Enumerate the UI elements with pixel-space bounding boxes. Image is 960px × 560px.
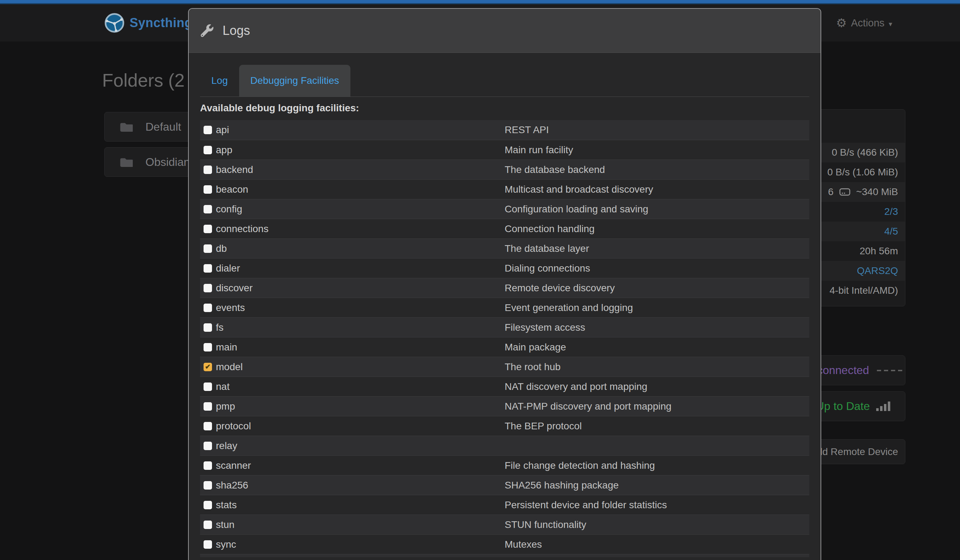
brand[interactable]: Syncthing [104, 4, 193, 42]
facilities-table: api REST API app Main run facility backe… [200, 120, 809, 557]
facility-row[interactable]: scanner File change detection and hashin… [200, 455, 809, 475]
facility-row[interactable]: stats Persistent device and folder stati… [200, 495, 809, 515]
gear-icon: ⚙ [836, 17, 846, 29]
facility-checkbox[interactable] [203, 402, 212, 411]
facility-row[interactable]: api REST API [200, 120, 809, 140]
facility-checkbox[interactable] [203, 520, 212, 529]
facility-row[interactable]: stun STUN functionality [200, 515, 809, 534]
facility-checkbox[interactable] [203, 146, 212, 154]
facility-row[interactable]: protocol The BEP protocol [200, 416, 809, 436]
facility-name: backend [216, 164, 505, 175]
facility-description: REST API [505, 124, 549, 136]
folders-heading: Folders (2 [102, 70, 184, 91]
facility-checkbox[interactable] [203, 264, 212, 273]
facility-checkbox[interactable] [203, 461, 212, 470]
facility-description: Persistent device and folder statistics [505, 499, 667, 511]
device-status-up-to-date: Up to Date [816, 400, 870, 413]
facility-description: Multicast and broadcast discovery [505, 184, 653, 195]
facility-checkbox[interactable] [203, 245, 212, 253]
facility-checkbox[interactable] [203, 126, 212, 134]
facility-name: discover [216, 282, 505, 294]
facility-row-partial [200, 554, 809, 557]
facility-row[interactable]: dialer Dialing connections [200, 258, 809, 278]
facility-row[interactable]: connections Connection handling [200, 219, 809, 238]
facility-description: The database backend [505, 164, 605, 175]
facility-checkbox[interactable] [203, 304, 212, 312]
facility-row[interactable]: config Configuration loading and saving [200, 199, 809, 219]
facility-checkbox[interactable] [203, 442, 212, 450]
facility-row[interactable]: sha256 SHA256 hashing package [200, 475, 809, 495]
signal-bars-icon [876, 402, 891, 411]
facility-row[interactable]: discover Remote device discovery [200, 278, 809, 298]
facility-name: model [216, 362, 505, 373]
facility-name: sha256 [216, 480, 505, 491]
facility-description: Main package [505, 342, 566, 353]
stat-prefix: 6 [828, 186, 834, 198]
stat-value[interactable]: QARS2Q [857, 265, 898, 277]
facility-checkbox[interactable] [203, 540, 212, 549]
facility-checkbox[interactable] [203, 185, 212, 194]
facility-description: The root hub [505, 362, 561, 373]
facility-row[interactable]: db The database layer [200, 238, 809, 258]
facility-row[interactable]: fs Filesystem access [200, 317, 809, 337]
folder-icon [119, 157, 133, 168]
actions-menu[interactable]: ⚙ Actions ▾ [836, 4, 893, 42]
tab-log[interactable]: Log [200, 65, 239, 96]
facility-row[interactable]: sync Mutexes [200, 534, 809, 554]
tab-debugging-facilities[interactable]: Debugging Facilities [239, 65, 350, 96]
facility-name: db [216, 243, 505, 254]
stat-value: 20h 56m [860, 245, 898, 257]
facility-name: nat [216, 381, 505, 392]
facility-name: fs [216, 322, 505, 333]
facility-row[interactable]: main Main package [200, 337, 809, 357]
wrench-icon [201, 24, 213, 37]
stat-value: 0 B/s (1.06 MiB) [827, 166, 898, 178]
syncthing-logo [104, 13, 125, 33]
folder-label: Obsidian [146, 156, 190, 169]
tab-bar: Log Debugging Facilities [200, 65, 809, 97]
facility-name: dialer [216, 263, 505, 274]
facility-checkbox[interactable] [203, 284, 212, 292]
facility-row[interactable]: beacon Multicast and broadcast discovery [200, 179, 809, 199]
facility-row[interactable]: backend The database backend [200, 160, 809, 179]
stat-value[interactable]: 2/3 [884, 206, 898, 217]
facility-name: events [216, 302, 505, 314]
folder-label: Default [146, 120, 181, 133]
facility-description: Main run facility [505, 144, 573, 156]
facility-checkbox[interactable] [203, 363, 212, 371]
disk-icon [839, 188, 851, 196]
facility-name: relay [216, 440, 505, 451]
facility-name: beacon [216, 184, 505, 195]
facility-description: Dialing connections [505, 263, 590, 274]
facility-row[interactable]: pmp NAT-PMP discovery and port mapping [200, 396, 809, 416]
stat-value: ~340 MiB [856, 186, 898, 198]
device-identicon [877, 370, 902, 371]
facility-name: stats [216, 499, 505, 511]
facility-row[interactable]: relay [200, 436, 809, 455]
logs-modal-body: Log Debugging Facilities Available debug… [189, 53, 821, 557]
facility-name: main [216, 342, 505, 353]
facility-checkbox[interactable] [203, 422, 212, 430]
facility-checkbox[interactable] [203, 501, 212, 509]
facility-row[interactable]: events Event generation and logging [200, 298, 809, 317]
facility-description: Filesystem access [505, 322, 585, 333]
facility-checkbox[interactable] [203, 481, 212, 490]
facility-checkbox[interactable] [203, 343, 212, 352]
facility-checkbox[interactable] [203, 323, 212, 332]
top-accent-bar [0, 0, 960, 3]
caret-down-icon: ▾ [889, 20, 893, 28]
stat-value: 0 B/s (466 KiB) [832, 147, 898, 158]
facility-name: api [216, 124, 505, 136]
facility-description: STUN functionality [505, 519, 586, 530]
stat-value[interactable]: 4/5 [884, 226, 898, 237]
facility-checkbox[interactable] [203, 166, 212, 174]
facility-row[interactable]: model The root hub [200, 357, 809, 376]
facility-checkbox[interactable] [203, 382, 212, 391]
facility-description: SHA256 hashing package [505, 480, 619, 491]
facility-row[interactable]: app Main run facility [200, 140, 809, 160]
facility-description: The BEP protocol [505, 421, 582, 432]
facility-checkbox[interactable] [203, 205, 212, 213]
facility-row[interactable]: nat NAT discovery and port mapping [200, 376, 809, 396]
facility-description: File change detection and hashing [505, 460, 655, 471]
facility-checkbox[interactable] [203, 225, 212, 233]
